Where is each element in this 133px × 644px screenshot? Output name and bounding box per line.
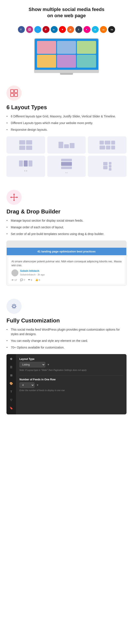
- svg-line-31: [15, 308, 16, 308]
- layout-types-section: 6 Layout Types 6 Different layouts type …: [0, 81, 133, 186]
- svg-text:SC: SC: [102, 29, 105, 31]
- svg-point-10: [86, 29, 87, 30]
- grid-icon: [10, 89, 18, 97]
- justify-preview: [88, 136, 126, 154]
- settings-content: Layout Type Listing Grid Masonry Slider …: [16, 354, 126, 414]
- card-stat-comments: 💬 7: [20, 278, 25, 281]
- feeds-row-label: Number of Feeds in One Row: [20, 378, 123, 381]
- bullet-item: Manage layout section for display social…: [7, 218, 126, 223]
- sidebar-icon-text[interactable]: T: [9, 389, 14, 394]
- settings-sidebar: ⚙ ☰ ⊞ 🎨 T ▽ 🔖: [7, 354, 16, 414]
- svg-rect-16: [15, 90, 18, 92]
- settings-icon-wrapper: [7, 299, 22, 314]
- gear-icon: [10, 302, 19, 311]
- soundcloud-icon: SC: [100, 26, 107, 33]
- vertical-slider-preview: ‹ ›: [47, 156, 86, 177]
- card-preview: 41 landing page optimization best practi…: [7, 240, 126, 286]
- flickr-icon: [84, 26, 90, 33]
- svg-point-11: [87, 29, 88, 30]
- facebook-icon: f: [18, 26, 25, 33]
- bullet-item: Responsive design layouts.: [7, 128, 126, 132]
- card-stat-views: 👁 17: [12, 278, 17, 281]
- instagram-icon: [26, 26, 33, 33]
- svg-point-3: [30, 29, 31, 29]
- feeds-row-helper: Enter the number of feeds to display in …: [20, 389, 123, 392]
- card-body-text: At ornare ullamcorper potenti pulvinar w…: [12, 260, 121, 267]
- bullet-item: 6 Different layouts type Grid, Masonry, …: [7, 114, 126, 119]
- bullet-item: Set order of all pre-build templates sec…: [7, 232, 126, 236]
- hero-title: Show multiple social media feeds on one …: [9, 6, 124, 19]
- hero-section: Show multiple social media feeds on one …: [0, 0, 133, 23]
- drag-icon-wrapper: [7, 190, 22, 205]
- layout-previews: ‹ › ‹ ›: [7, 136, 126, 177]
- slider-preview: ‹ ›: [7, 156, 45, 177]
- layout-types-bullets: 6 Different layouts type Grid, Masonry, …: [7, 114, 126, 132]
- settings-panel: ⚙ ☰ ⊞ 🎨 T ▽ 🔖 Layout Type Listing Grid M…: [7, 354, 126, 414]
- feeds-row-arrow: ▼: [36, 384, 39, 386]
- bullet-item: You can easily change and style any elem…: [7, 338, 126, 343]
- card-stats: 👁 17 💬 7 ❤ 9 👍 5: [12, 278, 121, 281]
- layout-icon-wrapper: [7, 86, 22, 100]
- vimeo-icon: Vi: [92, 26, 99, 33]
- author-avatar: [12, 270, 18, 276]
- social-icons-row: f 🐦 P in t Vi SC TK: [0, 23, 133, 36]
- bullet-item: Different Layouts types which make your …: [7, 121, 126, 125]
- card-header-bar: [7, 241, 126, 248]
- svg-rect-17: [11, 94, 14, 96]
- sidebar-icon-list[interactable]: ☰: [9, 364, 14, 370]
- bullet-item: 70+ Options available for customization.: [7, 345, 126, 350]
- pinterest-icon: P: [43, 26, 49, 33]
- svg-point-2: [29, 29, 30, 30]
- twitter-icon: 🐦: [34, 26, 41, 33]
- layout-type-select[interactable]: Listing Grid Masonry Slider: [20, 362, 45, 368]
- bullet-item: Manage order of each section of layout.: [7, 225, 126, 230]
- svg-marker-23: [10, 196, 12, 198]
- sidebar-icon-filter[interactable]: ▽: [9, 397, 14, 402]
- customization-title: Fully Customization: [7, 317, 126, 324]
- svg-line-32: [15, 304, 16, 305]
- layout-type-arrow: ▼: [47, 363, 50, 366]
- laptop-mockup: [34, 38, 99, 75]
- timeline-preview: [88, 156, 126, 177]
- svg-text:f: f: [21, 28, 21, 31]
- card-stat-likes: ❤ 9: [28, 278, 32, 281]
- sidebar-icon-style[interactable]: 🎨: [9, 381, 14, 386]
- svg-rect-18: [15, 94, 18, 96]
- svg-marker-22: [13, 200, 15, 201]
- svg-text:Vi: Vi: [94, 29, 96, 31]
- svg-text:🐦: 🐦: [37, 28, 39, 31]
- bullet-item: This social media feed WordPress plugin …: [7, 328, 126, 336]
- svg-marker-21: [13, 194, 15, 195]
- feeds-in-row-select[interactable]: 4 1 2 3 5 6: [20, 382, 35, 388]
- svg-line-33: [12, 308, 13, 308]
- tumblr-icon: t: [75, 26, 82, 33]
- svg-point-25: [13, 305, 15, 308]
- svg-point-8: [70, 30, 70, 31]
- sidebar-icon-grid[interactable]: ⊞: [9, 372, 14, 378]
- svg-rect-15: [11, 90, 14, 92]
- sidebar-icon-bookmark[interactable]: 🔖: [9, 405, 14, 410]
- card-author: Solwin Infotech SolwinInfotech · 3h ago: [12, 270, 121, 276]
- drag-drop-title: Drag & Drop Builder: [7, 208, 126, 215]
- svg-text:t: t: [78, 28, 79, 31]
- sidebar-icon-gear[interactable]: ⚙: [9, 356, 14, 362]
- customization-section: Fully Customization This social media fe…: [0, 294, 133, 423]
- rss-icon: [67, 26, 74, 33]
- svg-marker-7: [62, 29, 63, 30]
- feeds-row-select-row: 4 1 2 3 5 6 ▼: [20, 382, 123, 388]
- tiktok-icon: TK: [108, 26, 115, 33]
- author-name: Solwin Infotech: [20, 270, 45, 272]
- layout-type-row: Listing Grid Masonry Slider ▼: [20, 362, 123, 368]
- author-handle: SolwinInfotech · 3h ago: [20, 273, 45, 276]
- card-stat-thumbs: 👍 5: [35, 278, 40, 281]
- grid-preview: [7, 136, 45, 154]
- move-icon: [10, 193, 18, 202]
- card-highlight-text: 41 landing page optimization best practi…: [7, 248, 126, 255]
- svg-line-30: [12, 304, 13, 305]
- customization-bullets: This social media feed WordPress plugin …: [7, 328, 126, 350]
- masonry-preview: [47, 136, 86, 154]
- svg-text:in: in: [53, 29, 55, 31]
- settings-divider: [20, 375, 123, 376]
- drag-drop-section: Drag & Drop Builder Manage layout sectio…: [0, 186, 133, 294]
- drag-drop-bullets: Manage layout section for display social…: [7, 218, 126, 236]
